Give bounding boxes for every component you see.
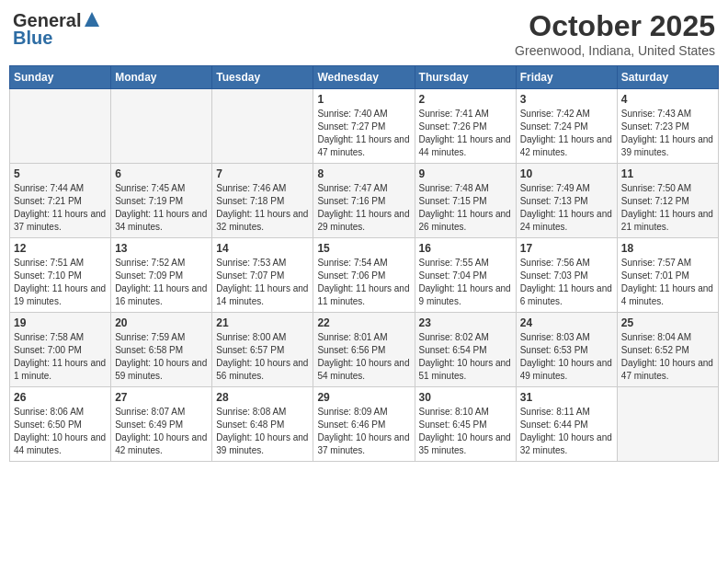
day-info: Sunrise: 7:57 AM Sunset: 7:01 PM Dayligh… <box>621 257 714 308</box>
day-number: 11 <box>621 167 714 180</box>
weekday-header-wednesday: Wednesday <box>313 66 415 89</box>
calendar-cell: 18Sunrise: 7:57 AM Sunset: 7:01 PM Dayli… <box>617 238 718 313</box>
weekday-header-row: SundayMondayTuesdayWednesdayThursdayFrid… <box>10 66 719 89</box>
calendar-cell: 11Sunrise: 7:50 AM Sunset: 7:12 PM Dayli… <box>617 164 718 238</box>
calendar-cell: 25Sunrise: 8:04 AM Sunset: 6:52 PM Dayli… <box>617 313 718 387</box>
weekday-header-tuesday: Tuesday <box>212 66 313 89</box>
weekday-header-thursday: Thursday <box>415 66 516 89</box>
calendar-cell: 10Sunrise: 7:49 AM Sunset: 7:13 PM Dayli… <box>516 164 617 238</box>
day-number: 30 <box>419 391 512 404</box>
day-number: 27 <box>115 391 208 404</box>
day-info: Sunrise: 7:54 AM Sunset: 7:06 PM Dayligh… <box>317 257 410 308</box>
day-number: 2 <box>419 93 512 106</box>
calendar-cell: 8Sunrise: 7:47 AM Sunset: 7:16 PM Daylig… <box>313 164 415 238</box>
day-number: 14 <box>216 242 309 255</box>
calendar-cell <box>212 89 313 164</box>
calendar-cell: 22Sunrise: 8:01 AM Sunset: 6:56 PM Dayli… <box>313 313 415 387</box>
calendar-cell: 13Sunrise: 7:52 AM Sunset: 7:09 PM Dayli… <box>111 238 212 313</box>
calendar-cell: 14Sunrise: 7:53 AM Sunset: 7:07 PM Dayli… <box>212 238 313 313</box>
day-number: 15 <box>317 242 410 255</box>
day-info: Sunrise: 8:08 AM Sunset: 6:48 PM Dayligh… <box>216 406 309 457</box>
calendar-cell: 7Sunrise: 7:46 AM Sunset: 7:18 PM Daylig… <box>212 164 313 238</box>
day-number: 7 <box>216 167 309 180</box>
weekday-header-sunday: Sunday <box>10 66 111 89</box>
svg-marker-0 <box>85 12 99 27</box>
day-info: Sunrise: 8:02 AM Sunset: 6:54 PM Dayligh… <box>419 331 512 383</box>
calendar-cell: 19Sunrise: 7:58 AM Sunset: 7:00 PM Dayli… <box>10 313 111 387</box>
day-info: Sunrise: 7:47 AM Sunset: 7:16 PM Dayligh… <box>317 182 410 234</box>
day-number: 4 <box>621 93 714 106</box>
logo: General Blue <box>13 9 100 49</box>
day-number: 21 <box>216 316 309 329</box>
day-info: Sunrise: 8:10 AM Sunset: 6:45 PM Dayligh… <box>419 406 512 457</box>
day-number: 28 <box>216 391 309 404</box>
logo-triangle-icon <box>84 11 100 31</box>
calendar-cell: 3Sunrise: 7:42 AM Sunset: 7:24 PM Daylig… <box>516 89 617 164</box>
calendar-cell: 6Sunrise: 7:45 AM Sunset: 7:19 PM Daylig… <box>111 164 212 238</box>
day-info: Sunrise: 7:51 AM Sunset: 7:10 PM Dayligh… <box>14 257 107 308</box>
day-info: Sunrise: 8:06 AM Sunset: 6:50 PM Dayligh… <box>14 406 107 457</box>
day-info: Sunrise: 7:41 AM Sunset: 7:26 PM Dayligh… <box>419 108 512 159</box>
day-number: 16 <box>419 242 512 255</box>
calendar-cell: 5Sunrise: 7:44 AM Sunset: 7:21 PM Daylig… <box>10 164 111 238</box>
day-info: Sunrise: 7:42 AM Sunset: 7:24 PM Dayligh… <box>520 108 613 159</box>
day-number: 1 <box>317 93 410 106</box>
weekday-header-monday: Monday <box>111 66 212 89</box>
calendar-cell: 4Sunrise: 7:43 AM Sunset: 7:23 PM Daylig… <box>617 89 718 164</box>
calendar-cell: 2Sunrise: 7:41 AM Sunset: 7:26 PM Daylig… <box>415 89 516 164</box>
calendar-week-1: 1Sunrise: 7:40 AM Sunset: 7:27 PM Daylig… <box>10 89 719 164</box>
day-number: 18 <box>621 242 714 255</box>
day-number: 26 <box>14 391 107 404</box>
calendar-cell: 31Sunrise: 8:11 AM Sunset: 6:44 PM Dayli… <box>516 387 617 462</box>
weekday-header-saturday: Saturday <box>617 66 718 89</box>
calendar-cell: 16Sunrise: 7:55 AM Sunset: 7:04 PM Dayli… <box>415 238 516 313</box>
calendar-week-3: 12Sunrise: 7:51 AM Sunset: 7:10 PM Dayli… <box>10 238 719 313</box>
day-info: Sunrise: 7:53 AM Sunset: 7:07 PM Dayligh… <box>216 257 309 308</box>
day-info: Sunrise: 7:45 AM Sunset: 7:19 PM Dayligh… <box>115 182 208 234</box>
day-info: Sunrise: 8:11 AM Sunset: 6:44 PM Dayligh… <box>520 406 613 457</box>
day-number: 19 <box>14 316 107 329</box>
logo-blue-text: Blue <box>13 28 52 49</box>
day-info: Sunrise: 7:48 AM Sunset: 7:15 PM Dayligh… <box>419 182 512 234</box>
weekday-header-friday: Friday <box>516 66 617 89</box>
day-info: Sunrise: 7:50 AM Sunset: 7:12 PM Dayligh… <box>621 182 714 234</box>
day-number: 20 <box>115 316 208 329</box>
day-number: 10 <box>520 167 613 180</box>
day-number: 23 <box>419 316 512 329</box>
day-number: 29 <box>317 391 410 404</box>
day-info: Sunrise: 8:07 AM Sunset: 6:49 PM Dayligh… <box>115 406 208 457</box>
calendar-cell: 17Sunrise: 7:56 AM Sunset: 7:03 PM Dayli… <box>516 238 617 313</box>
day-number: 24 <box>520 316 613 329</box>
day-info: Sunrise: 7:43 AM Sunset: 7:23 PM Dayligh… <box>621 108 714 159</box>
month-title: October 2025 <box>515 9 715 43</box>
day-info: Sunrise: 8:09 AM Sunset: 6:46 PM Dayligh… <box>317 406 410 457</box>
location: Greenwood, Indiana, United States <box>515 43 715 58</box>
day-info: Sunrise: 7:56 AM Sunset: 7:03 PM Dayligh… <box>520 257 613 308</box>
calendar-cell: 29Sunrise: 8:09 AM Sunset: 6:46 PM Dayli… <box>313 387 415 462</box>
calendar-cell: 26Sunrise: 8:06 AM Sunset: 6:50 PM Dayli… <box>10 387 111 462</box>
calendar-cell: 9Sunrise: 7:48 AM Sunset: 7:15 PM Daylig… <box>415 164 516 238</box>
calendar-cell <box>10 89 111 164</box>
calendar-cell: 1Sunrise: 7:40 AM Sunset: 7:27 PM Daylig… <box>313 89 415 164</box>
day-number: 31 <box>520 391 613 404</box>
day-info: Sunrise: 7:58 AM Sunset: 7:00 PM Dayligh… <box>14 331 107 383</box>
calendar-cell <box>111 89 212 164</box>
calendar-cell <box>617 387 718 462</box>
day-info: Sunrise: 7:55 AM Sunset: 7:04 PM Dayligh… <box>419 257 512 308</box>
day-number: 17 <box>520 242 613 255</box>
calendar-cell: 23Sunrise: 8:02 AM Sunset: 6:54 PM Dayli… <box>415 313 516 387</box>
day-info: Sunrise: 7:44 AM Sunset: 7:21 PM Dayligh… <box>14 182 107 234</box>
calendar-table: SundayMondayTuesdayWednesdayThursdayFrid… <box>9 65 719 462</box>
day-info: Sunrise: 8:00 AM Sunset: 6:57 PM Dayligh… <box>216 331 309 383</box>
day-number: 22 <box>317 316 410 329</box>
calendar-cell: 21Sunrise: 8:00 AM Sunset: 6:57 PM Dayli… <box>212 313 313 387</box>
day-number: 12 <box>14 242 107 255</box>
calendar-week-2: 5Sunrise: 7:44 AM Sunset: 7:21 PM Daylig… <box>10 164 719 238</box>
day-info: Sunrise: 8:04 AM Sunset: 6:52 PM Dayligh… <box>621 331 714 383</box>
calendar-cell: 30Sunrise: 8:10 AM Sunset: 6:45 PM Dayli… <box>415 387 516 462</box>
day-number: 9 <box>419 167 512 180</box>
day-info: Sunrise: 7:59 AM Sunset: 6:58 PM Dayligh… <box>115 331 208 383</box>
day-number: 5 <box>14 167 107 180</box>
day-number: 13 <box>115 242 208 255</box>
day-number: 25 <box>621 316 714 329</box>
